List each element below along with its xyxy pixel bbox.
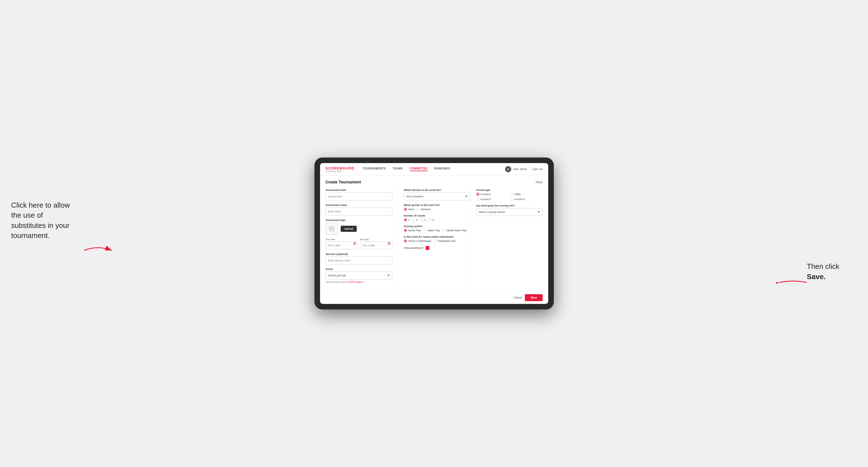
scoring-medal-radio[interactable] [442, 229, 445, 232]
venue-help: Can't find your venue? email support [326, 281, 393, 283]
nav-tournaments[interactable]: TOURNAMENTS [363, 167, 386, 171]
cancel-button[interactable]: Cancel [514, 296, 522, 299]
right-arrow [776, 276, 810, 289]
scoring-stroke-radio[interactable] [404, 229, 407, 232]
rounds-3[interactable]: 3 [420, 218, 426, 221]
tournament-name-input[interactable] [326, 208, 393, 215]
scoring-medal-match[interactable]: Medal Match Play [442, 229, 467, 232]
logo-upload-area: Upload [326, 223, 393, 235]
tournament-host-input[interactable] [326, 193, 393, 200]
page-content: Create Tournament ‹ Back Tournament Host… [320, 175, 548, 291]
logo-placeholder [326, 223, 338, 235]
tournament-host-group: Tournament Host [326, 189, 393, 200]
form-col-1: Tournament Host Tournament name Tourname… [326, 189, 398, 287]
back-link[interactable]: ‹ Back [535, 181, 542, 184]
scoring-api-group: Use third-party live scoring API? Select… [476, 204, 543, 216]
gender-mens[interactable]: Mens [404, 208, 414, 211]
format-6count5-radio[interactable] [510, 197, 514, 201]
scoring-stroke[interactable]: Stroke Play [404, 229, 421, 232]
gender-mens-radio[interactable] [404, 208, 407, 211]
form-footer: Cancel Save [320, 291, 548, 304]
end-date-calendar-icon: 📅 [388, 242, 391, 246]
teams-label: Is this event for Teams and/or Individua… [404, 236, 470, 238]
tournament-logo-label: Tournament logo [326, 219, 393, 221]
tournament-logo-group: Tournament logo Upload [326, 219, 393, 235]
upload-button[interactable]: Upload [341, 226, 357, 232]
venue-group: Venue Search golf club Can't find your v… [326, 268, 393, 283]
form-col-3: Format type 5 count 4 Other [470, 189, 543, 287]
venue-select[interactable]: Search golf club [326, 272, 393, 279]
left-arrow [81, 242, 115, 259]
substitutes-checkbox-group: Allow substitutes? ✓ [404, 246, 470, 250]
gender-radio-group: Mens Womens [404, 208, 470, 211]
start-date-wrapper: Start date 📅 [326, 238, 358, 249]
nav-links: TOURNAMENTS TEAMS COMMITTEE RANKINGS [363, 167, 505, 171]
scoring-api-label: Use third-party live scoring API? [476, 204, 543, 207]
end-date-label: End date [360, 238, 393, 241]
teams-plus-individuals[interactable]: Teams (+Individuals) [404, 239, 431, 243]
sponsor-input[interactable] [326, 257, 393, 264]
nav-committee[interactable]: COMMITTEE [410, 167, 428, 171]
sponsor-group: Sponsor (optional) [326, 253, 393, 264]
rounds-2[interactable]: 2 [412, 218, 418, 221]
individuals-only-radio[interactable] [433, 239, 437, 243]
rounds-1-radio[interactable] [404, 218, 407, 221]
nav-teams[interactable]: TEAMS [393, 167, 403, 171]
teams-group: Is this event for Teams and/or Individua… [404, 236, 470, 243]
user-label: blair admin [514, 167, 527, 170]
format-type-group: Format type 5 count 4 Other [476, 189, 543, 201]
logo-scoreboard: SCOREBOARD [326, 166, 354, 170]
format-6count4-radio[interactable] [476, 197, 479, 201]
format-type-label: Format type [476, 189, 543, 191]
rounds-3-radio[interactable] [420, 218, 423, 221]
tournament-name-label: Tournament name [326, 204, 393, 207]
email-support-link[interactable]: email support [348, 281, 364, 283]
format-other[interactable]: Other [510, 193, 543, 196]
format-5count4[interactable]: 5 count 4 [476, 193, 509, 196]
rounds-4[interactable]: 4 [428, 218, 434, 221]
rounds-radio-group: 1 2 3 [404, 218, 470, 221]
individuals-only[interactable]: Individuals Only [433, 239, 456, 243]
nav-bar: SCOREBOARD Powered by clippd TOURNAMENTS… [320, 163, 548, 175]
division-group: Which division is the event for? NCAA Di… [404, 189, 470, 200]
format-6count5[interactable]: 6 count 5 [510, 197, 543, 201]
gender-womens[interactable]: Womens [416, 208, 431, 211]
start-date-label: Start date [326, 238, 358, 241]
rounds-4-radio[interactable] [428, 218, 431, 221]
scoring-system-group: Scoring system Stroke Play Match Play [404, 225, 470, 232]
logo-area: SCOREBOARD Powered by clippd [326, 166, 354, 172]
venue-label: Venue [326, 268, 393, 271]
rounds-1[interactable]: 1 [404, 218, 410, 221]
sign-out-link[interactable]: Sign out [532, 167, 543, 170]
tournament-name-group: Tournament name [326, 204, 393, 215]
division-select[interactable]: NCAA Division I [404, 193, 470, 200]
sponsor-label: Sponsor (optional) [326, 253, 393, 255]
rounds-2-radio[interactable] [412, 218, 415, 221]
rounds-label: Number of rounds [404, 214, 470, 217]
user-avatar: B [505, 166, 511, 172]
format-6count4[interactable]: 6 count 4 [476, 197, 509, 201]
tournament-host-label: Tournament Host [326, 189, 393, 191]
teams-radio-group: Teams (+Individuals) Individuals Only [404, 239, 470, 243]
scoring-api-select[interactable]: Select a scoring service [476, 208, 543, 216]
image-icon [329, 226, 335, 231]
page-header: Create Tournament ‹ Back [326, 180, 543, 184]
teams-plus-radio[interactable] [404, 239, 407, 243]
end-date-wrapper: End date 📅 [360, 238, 393, 249]
scoring-select-wrapper: Select a scoring service [476, 208, 543, 216]
tablet-frame: SCOREBOARD Powered by clippd TOURNAMENTS… [314, 158, 554, 309]
substitutes-checkbox[interactable]: ✓ [426, 246, 429, 250]
save-button[interactable]: Save [525, 294, 542, 301]
gender-womens-radio[interactable] [416, 208, 420, 211]
format-5count4-radio[interactable] [476, 193, 479, 196]
scoring-match[interactable]: Match Play [423, 229, 440, 232]
gender-label: Which gender is the event for? [404, 204, 470, 207]
form-grid: Tournament Host Tournament name Tourname… [326, 189, 543, 287]
page-title: Create Tournament [326, 180, 361, 184]
scoring-match-radio[interactable] [423, 229, 427, 232]
nav-rankings[interactable]: RANKINGS [434, 167, 450, 171]
scoring-radio-group: Stroke Play Match Play Medal Match Play [404, 229, 470, 232]
right-annotation: Then click Save. [807, 261, 857, 282]
format-other-radio[interactable] [510, 193, 514, 196]
form-col-2: Which division is the event for? NCAA Di… [398, 189, 470, 287]
